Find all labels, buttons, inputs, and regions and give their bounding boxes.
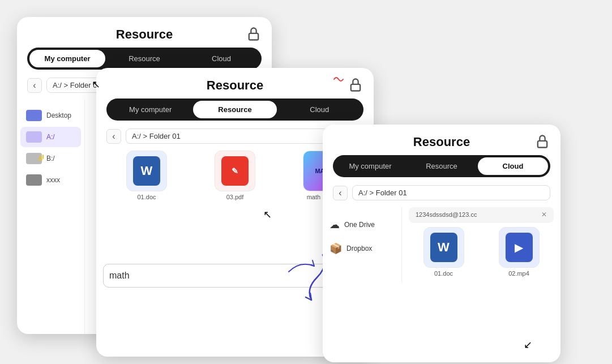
sidebar-a[interactable]: A:/ [20, 127, 81, 147]
cloud-onedrive[interactable]: ☁ One Drive [323, 213, 401, 237]
cloud-email-close[interactable]: ✕ [541, 211, 547, 219]
usb-icon [26, 174, 42, 186]
svg-rect-4 [351, 84, 360, 91]
file-03pdf-c2[interactable]: ✎ 03.pdf [194, 151, 276, 200]
lock-icon [246, 26, 262, 42]
card2-back-btn[interactable]: ‹ [106, 129, 121, 144]
sidebar-b-label: B:/ [46, 155, 55, 162]
sidebar-b[interactable]: B:/ [20, 148, 81, 169]
onedrive-icon: ☁ [329, 219, 340, 231]
sidebar-desktop[interactable]: Desktop [20, 105, 81, 126]
cloud-thumb-02mp4: ▶ [499, 227, 540, 268]
card3-breadcrumb-row: ‹ [323, 185, 560, 207]
cloud-file-name-01doc: 01.doc [434, 270, 453, 277]
drive-b-icon [26, 153, 42, 164]
cloud-file-01doc[interactable]: W 01.doc [409, 227, 478, 277]
tab-resource-2[interactable]: Resource [193, 101, 276, 118]
lock-icon-c3 [534, 134, 550, 149]
pdf-icon-c2: ✎ [221, 156, 249, 186]
card3-content: 1234sdssdsd@123.cc ✕ W 01.doc ▶ 02.mp4 [402, 207, 560, 282]
card1-header: Resource [17, 17, 272, 48]
word-icon-c3: W [430, 233, 457, 262]
lock-icon-c2 [348, 77, 363, 93]
sidebar-desktop-label: Desktop [46, 112, 71, 119]
card3-tab-bar: My computer Resource Cloud [333, 155, 550, 177]
sidebar-usb[interactable]: xxxx [20, 170, 81, 190]
tab-resource-1[interactable]: Resource [106, 50, 182, 67]
tab-resource-3[interactable]: Resource [406, 157, 477, 175]
card3-back-btn[interactable]: ‹ [333, 186, 348, 200]
card1-back-btn[interactable]: ‹ [27, 78, 42, 93]
tab-cloud-3[interactable]: Cloud [478, 157, 548, 175]
card2-header: Resource [96, 68, 374, 99]
video-icon-c3: ▶ [506, 233, 533, 262]
svg-rect-0 [249, 33, 258, 40]
file-name-03pdf-c2: 03.pdf [226, 194, 244, 200]
file-01doc-c2[interactable]: W 01.doc [105, 151, 188, 200]
drive-a-icon [26, 131, 42, 143]
card2-tab-bar: My computer Resource Cloud [106, 99, 363, 121]
tab-mycomputer-3[interactable]: My computer [335, 157, 405, 175]
cloud-thumb-01doc: W [423, 227, 464, 268]
sidebar-a-label: A:/ [46, 133, 55, 141]
cursor-c3: ↙ [524, 339, 532, 351]
card3-breadcrumb-input[interactable] [352, 185, 550, 200]
card-cloud: Resource My computer Resource Cloud ‹ ☁ … [323, 125, 560, 362]
sidebar-usb-label: xxxx [46, 176, 60, 184]
card3-header: Resource [323, 125, 560, 155]
desktop-icon [26, 110, 42, 121]
card1-title: Resource [116, 27, 173, 42]
dropbox-icon: 📦 [329, 242, 342, 255]
card1-sidebar: Desktop A:/ B:/ xxxx [17, 100, 85, 334]
cloud-file-name-02mp4: 02.mp4 [508, 270, 529, 277]
tab-mycomputer-1[interactable]: My computer [29, 50, 105, 67]
file-name-01doc-c2: 01.doc [137, 194, 156, 200]
onedrive-label: One Drive [344, 221, 375, 229]
tab-mycomputer-2[interactable]: My computer [109, 101, 192, 118]
dropbox-label: Dropbox [346, 245, 372, 252]
card3-file-grid: W 01.doc ▶ 02.mp4 [402, 227, 560, 282]
cloud-email-row: 1234sdssdsd@123.cc ✕ [409, 207, 554, 222]
cloud-file-02mp4[interactable]: ▶ 02.mp4 [484, 227, 554, 277]
card3-body: ☁ One Drive 📦 Dropbox 1234sdssdsd@123.cc… [323, 207, 560, 282]
card2-title: Resource [207, 78, 263, 93]
file-thumb-03pdf-c2: ✎ [215, 151, 255, 191]
card3-title: Resource [413, 135, 470, 149]
tab-cloud-2[interactable]: Cloud [278, 101, 361, 118]
svg-rect-5 [538, 141, 547, 148]
cloud-services-list: ☁ One Drive 📦 Dropbox [323, 207, 402, 282]
word-icon-c2: W [133, 156, 160, 186]
tab-cloud-1[interactable]: Cloud [183, 50, 259, 67]
card1-tab-bar: My computer Resource Cloud [27, 48, 262, 70]
deco-spark-c2 [333, 75, 345, 84]
cloud-email-text: 1234sdssdsd@123.cc [416, 211, 477, 218]
file-thumb-01doc-c2: W [126, 151, 167, 191]
cloud-dropbox[interactable]: 📦 Dropbox [323, 237, 401, 260]
